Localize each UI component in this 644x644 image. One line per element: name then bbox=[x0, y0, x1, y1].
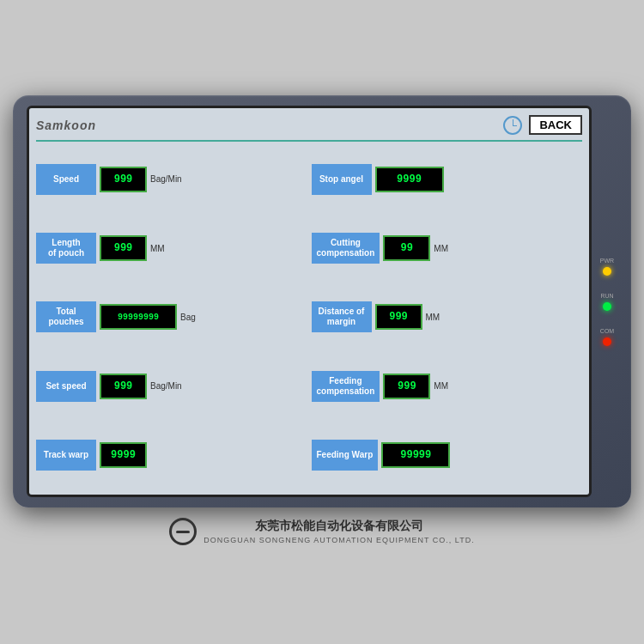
back-button[interactable]: BACK bbox=[529, 115, 582, 135]
set-speed-row: Set speed 999 Bag/Min bbox=[36, 354, 307, 418]
com-indicator: COM bbox=[600, 328, 614, 346]
side-panel: PWR RUN COM bbox=[592, 106, 623, 497]
track-warp-value[interactable]: 9999 bbox=[100, 442, 147, 468]
distance-margin-value[interactable]: 999 bbox=[375, 304, 422, 330]
feeding-comp-value[interactable]: 999 bbox=[383, 374, 430, 399]
stop-angel-row: Stop angel 9999 bbox=[312, 147, 583, 211]
length-pouch-unit: MM bbox=[150, 244, 165, 253]
parameter-grid: Speed 999 Bag/Min Stop angel 9999 Length… bbox=[36, 147, 582, 488]
speed-row: Speed 999 Bag/Min bbox=[36, 147, 307, 211]
stop-angel-value[interactable]: 9999 bbox=[375, 167, 444, 192]
screen-header: Samkoon BACK bbox=[36, 115, 582, 135]
footer: 东莞市松能自动化设备有限公司 DONGGUAN SONGNENG AUTOMAT… bbox=[169, 518, 474, 549]
distance-margin-label[interactable]: Distance of margin bbox=[312, 301, 372, 332]
pwr-label: PWR bbox=[600, 258, 614, 264]
cutting-comp-value[interactable]: 99 bbox=[383, 235, 430, 261]
run-label: RUN bbox=[600, 293, 613, 299]
length-pouch-row: Length of pouch 999 MM bbox=[36, 216, 307, 280]
divider bbox=[36, 140, 582, 142]
hmi-device: Samkoon BACK Speed 999 Bag/Min Stop ange… bbox=[13, 95, 631, 507]
pwr-indicator: PWR bbox=[600, 258, 614, 276]
length-pouch-label[interactable]: Length of pouch bbox=[36, 233, 96, 264]
company-name-en: DONGGUAN SONGNENG AUTOMATION EQUIPMENT C… bbox=[204, 536, 474, 544]
company-logo bbox=[169, 518, 197, 545]
company-name-cn: 东莞市松能自动化设备有限公司 bbox=[204, 519, 474, 534]
total-pouches-unit: Bag bbox=[180, 313, 196, 322]
company-logo-group: 东莞市松能自动化设备有限公司 DONGGUAN SONGNENG AUTOMAT… bbox=[169, 518, 474, 545]
speed-unit: Bag/Min bbox=[150, 174, 182, 184]
pwr-led bbox=[603, 267, 611, 276]
clock-icon bbox=[503, 116, 522, 135]
feeding-comp-unit: MM bbox=[434, 381, 448, 391]
set-speed-unit: Bag/Min bbox=[150, 381, 182, 391]
cutting-comp-unit: MM bbox=[434, 244, 448, 253]
total-pouches-row: Total pouches 99999999 Bag bbox=[36, 285, 307, 349]
track-warp-row: Track warp 9999 bbox=[36, 423, 307, 488]
screen: Samkoon BACK Speed 999 Bag/Min Stop ange… bbox=[27, 106, 592, 497]
com-label: COM bbox=[600, 328, 614, 334]
run-led bbox=[603, 302, 611, 311]
cutting-comp-label[interactable]: Cutting compensation bbox=[312, 233, 380, 264]
feeding-warp-value[interactable]: 99999 bbox=[381, 442, 450, 468]
cutting-comp-row: Cutting compensation 99 MM bbox=[312, 216, 583, 280]
feeding-warp-row: Feeding Warp 99999 bbox=[312, 423, 583, 488]
screen-inner: Samkoon BACK Speed 999 Bag/Min Stop ange… bbox=[29, 108, 589, 495]
brand-label: Samkoon bbox=[36, 118, 96, 132]
stop-angel-label[interactable]: Stop angel bbox=[312, 164, 372, 195]
track-warp-label[interactable]: Track warp bbox=[36, 440, 96, 471]
feeding-comp-label[interactable]: Feeding compensation bbox=[312, 371, 380, 402]
set-speed-value[interactable]: 999 bbox=[100, 374, 147, 399]
speed-value[interactable]: 999 bbox=[100, 167, 147, 192]
com-led bbox=[603, 337, 611, 346]
distance-margin-unit: MM bbox=[426, 313, 440, 322]
set-speed-label[interactable]: Set speed bbox=[36, 371, 96, 402]
feeding-warp-label[interactable]: Feeding Warp bbox=[312, 440, 379, 471]
total-pouches-label[interactable]: Total pouches bbox=[36, 301, 96, 332]
speed-label[interactable]: Speed bbox=[36, 164, 96, 195]
total-pouches-value[interactable]: 99999999 bbox=[100, 304, 177, 330]
length-pouch-value[interactable]: 999 bbox=[100, 235, 147, 261]
feeding-comp-row: Feeding compensation 999 MM bbox=[312, 354, 583, 418]
distance-margin-row: Distance of margin 999 MM bbox=[312, 285, 583, 349]
run-indicator: RUN bbox=[600, 293, 613, 311]
